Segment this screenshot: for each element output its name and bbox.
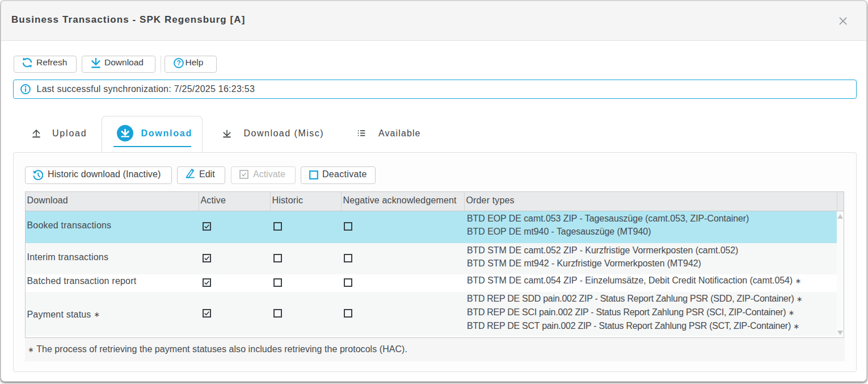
svg-text:?: ? — [176, 59, 181, 67]
